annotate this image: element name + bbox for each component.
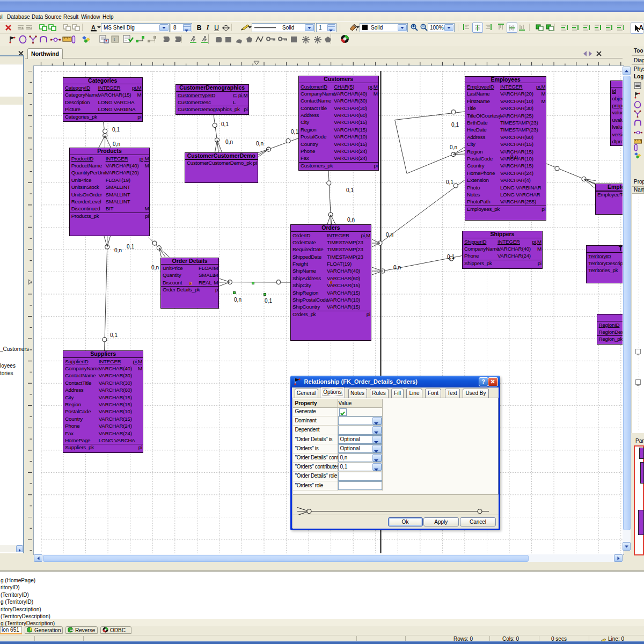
svg-text:A: A <box>91 24 96 31</box>
